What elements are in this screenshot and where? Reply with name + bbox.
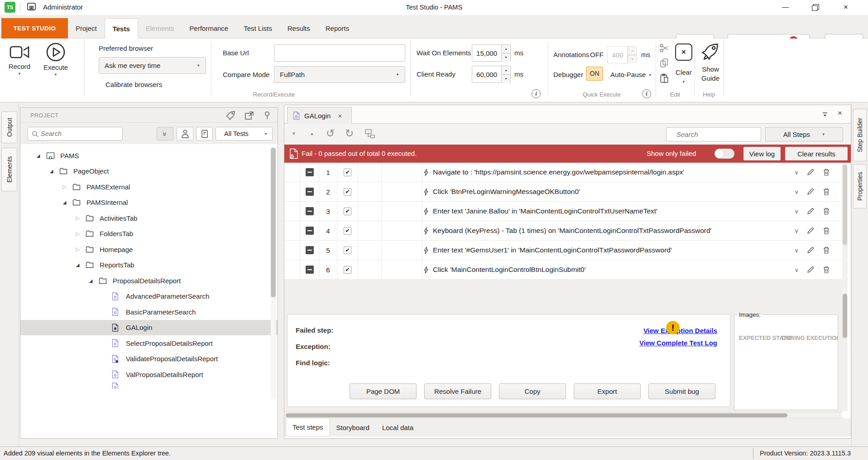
delete-step-icon[interactable]: [822, 168, 830, 176]
submit-bug-button[interactable]: Submit bug: [648, 383, 715, 399]
scrollbar-thumb[interactable]: [286, 413, 787, 417]
project-search-box[interactable]: [28, 127, 123, 140]
base-url-input[interactable]: [274, 44, 405, 62]
delete-step-icon[interactable]: [822, 207, 830, 215]
step-enabled-checkbox[interactable]: ✔: [344, 188, 351, 196]
step-description[interactable]: Enter text '#GemsUser1' in 'MainContentL…: [433, 246, 672, 254]
step-description[interactable]: Click 'MainContentLoginControlBtnLoginSu…: [433, 266, 586, 274]
annotations-state[interactable]: OFF: [590, 51, 604, 58]
client-ready-stepper[interactable]: 60,000 ▲▼: [472, 66, 511, 83]
wait-on-elements-stepper[interactable]: 15,000 ▲▼: [472, 44, 511, 62]
paste-icon[interactable]: [659, 73, 669, 83]
tree-expander-icon[interactable]: ◢: [35, 153, 42, 158]
step-row-6[interactable]: 6✔Click 'MainContentLoginControlBtnLogin…: [284, 260, 841, 280]
collapse-step-button[interactable]: [306, 227, 314, 235]
delete-step-icon[interactable]: [822, 227, 830, 235]
tree-item-advancedparametersearch[interactable]: AdvancedParameterSearch: [20, 289, 278, 305]
ribbon-tab-reports[interactable]: Reports: [318, 18, 357, 39]
record-button[interactable]: Record ▼: [4, 43, 35, 76]
step-description[interactable]: Click 'BtnPreLoginWarningMessageOKButton…: [433, 188, 580, 196]
copy-button[interactable]: Copy: [499, 383, 566, 399]
step-enabled-checkbox[interactable]: ✔: [344, 169, 351, 176]
edit-step-icon[interactable]: [806, 266, 815, 274]
pin-icon[interactable]: [262, 110, 273, 121]
step-row-1[interactable]: 1✔Navigate to : 'https://pamsint.science…: [284, 163, 841, 182]
scrollbar-thumb[interactable]: [843, 165, 847, 245]
step-row-4[interactable]: 4✔Keyboard (KeyPress) - Tab (1 times) on…: [284, 221, 841, 241]
edit-step-icon[interactable]: [806, 207, 815, 215]
preferred-browser-select[interactable]: Ask me every time▼: [99, 57, 206, 74]
collapse-all-button[interactable]: »: [157, 127, 173, 140]
step-chevron-down-icon[interactable]: ∨: [794, 208, 799, 215]
project-search-input[interactable]: [41, 128, 120, 140]
delete-step-icon[interactable]: [822, 246, 830, 254]
app-menu-tab[interactable]: TEST STUDIO: [1, 18, 68, 39]
step-row-3[interactable]: 3✔Enter text 'Janine.Ballou' in 'MainCon…: [284, 202, 841, 221]
ribbon-tab-performance[interactable]: Performance: [182, 18, 236, 39]
tree-item-galogin[interactable]: GALogin: [20, 320, 278, 336]
step-chevron-down-icon[interactable]: ∨: [794, 266, 799, 273]
step-chevron-down-icon[interactable]: ∨: [794, 247, 799, 254]
step-description[interactable]: Enter text 'Janine.Ballou' in 'MainConte…: [433, 207, 657, 215]
show-only-failed-toggle[interactable]: [715, 149, 734, 159]
collapse-step-button[interactable]: [306, 207, 314, 215]
steps-scrollbar[interactable]: [842, 164, 848, 411]
redo-icon[interactable]: ↻: [345, 127, 354, 140]
info-icon[interactable]: i: [532, 89, 541, 98]
collapse-step-button[interactable]: [306, 246, 314, 254]
dock-tab-elements[interactable]: Elements: [1, 148, 17, 191]
spin-up-icon[interactable]: ▲: [502, 45, 510, 53]
dock-tab-properties[interactable]: Properties: [853, 164, 867, 208]
step-description[interactable]: Navigate to : 'https://pamsint.science.e…: [433, 168, 684, 176]
calibrate-browsers-link[interactable]: Calibrate browsers: [106, 81, 162, 88]
step-enabled-checkbox[interactable]: ✔: [344, 208, 351, 215]
tree-item-homepage[interactable]: ▷Homepage: [20, 242, 278, 257]
edit-step-icon[interactable]: [806, 188, 815, 196]
step-chevron-down-icon[interactable]: ∨: [794, 189, 799, 195]
clear-results-icon[interactable]: ×: [675, 44, 692, 61]
scrollbar-thumb[interactable]: [843, 294, 847, 338]
edit-step-icon[interactable]: [806, 246, 815, 254]
tree-expander-icon[interactable]: ▷: [74, 231, 81, 237]
step-row-5[interactable]: 5✔Enter text '#GemsUser1' in 'MainConten…: [284, 241, 841, 260]
clear-results-button[interactable]: Clear results: [785, 147, 848, 160]
tab-galogin[interactable]: GALogin ×: [287, 107, 352, 124]
quick-access-save-icon[interactable]: [25, 1, 38, 14]
spin-down-icon[interactable]: ▼: [502, 75, 510, 83]
tree-expander-icon[interactable]: ◢: [87, 278, 94, 283]
tree-item-basicparametersearch[interactable]: BasicParameterSearch: [20, 304, 278, 320]
ribbon-tab-tests[interactable]: Tests: [105, 18, 138, 39]
undo-icon[interactable]: ↺: [326, 127, 335, 140]
tree-expander-icon[interactable]: ◢: [48, 169, 55, 174]
tree-item-reportstab[interactable]: ◢ReportsTab: [20, 257, 278, 273]
tree-item[interactable]: [20, 383, 278, 389]
spin-up-icon[interactable]: ▲: [502, 66, 510, 75]
view-exception-details-link[interactable]: View Exception Details: [643, 327, 717, 334]
tree-expander-icon[interactable]: ▷: [61, 184, 68, 190]
compare-mode-select[interactable]: FullPath▼: [274, 66, 405, 83]
toggle-knob[interactable]: [715, 149, 724, 158]
spin-down-icon[interactable]: ▼: [502, 53, 510, 62]
tree-expander-icon[interactable]: ▷: [74, 215, 81, 221]
copy-icon[interactable]: [659, 58, 669, 68]
tree-item-valproposaldetailsreport[interactable]: ValProposalDetailsReport: [20, 367, 278, 383]
move-step-up-icon[interactable]: ▲: [310, 131, 314, 136]
move-step-down-icon[interactable]: ▼: [292, 131, 296, 136]
tree-expander-icon[interactable]: ◢: [74, 262, 81, 267]
info-icon[interactable]: i: [642, 89, 651, 98]
ribbon-tab-results[interactable]: Results: [280, 18, 318, 39]
step-chevron-down-icon[interactable]: ∨: [794, 228, 799, 234]
tests-filter-select[interactable]: All Tests ▼: [216, 127, 273, 140]
export-button[interactable]: Export: [574, 383, 641, 399]
close-tab-icon[interactable]: ×: [338, 112, 342, 120]
collapse-step-button[interactable]: [306, 188, 314, 196]
edit-step-icon[interactable]: [806, 168, 815, 176]
tree-item-proposaldetailsreport[interactable]: ◢ProposalDetailsReport: [20, 273, 278, 289]
steps-search-input[interactable]: [667, 128, 761, 141]
delete-step-icon[interactable]: [822, 188, 830, 196]
execute-button[interactable]: Execute ▼: [40, 42, 72, 77]
tree-item-pamsexternal[interactable]: ▷PAMSExternal: [20, 179, 278, 195]
clear-button[interactable]: Clear: [674, 68, 694, 76]
collapse-step-button[interactable]: [306, 168, 314, 176]
page-dom-button[interactable]: Page DOM: [350, 383, 417, 399]
